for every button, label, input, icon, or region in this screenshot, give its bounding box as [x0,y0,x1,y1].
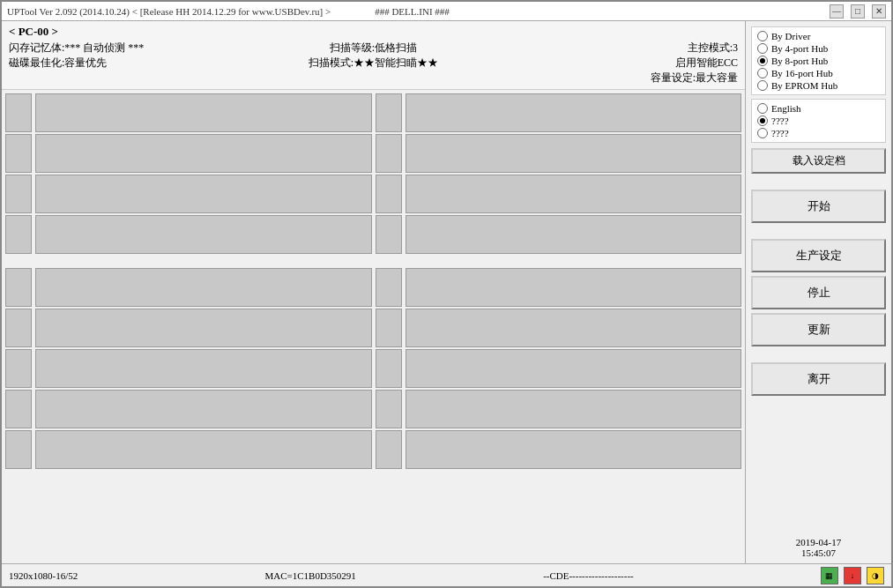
hub-radio-group: By DriverBy 4-port HubBy 8-port HubBy 16… [751,26,886,95]
radio-label: By Driver [771,31,810,41]
mac-status: MAC=1C1B0D350291 [264,570,355,581]
exit-button[interactable]: 离开 [751,362,886,396]
lang-radio-item-1[interactable]: ???? [757,115,880,126]
date-display: 2019-04-17 [751,537,886,547]
ecc-label: 启用智能ECC [501,56,738,71]
grid-row [5,309,741,347]
hub-radio-item-0[interactable]: By Driver [757,31,880,41]
lang-radio-item-0[interactable]: English [757,103,880,114]
port-indicator [376,134,402,173]
progress-bar [406,309,742,347]
radio-dot [757,115,768,126]
title-bar: UPTool Ver 2.092 (2014.10.24) < [Release… [2,2,891,21]
flash-label: 闪存记忆体:*** 自动侦测 *** [9,41,246,56]
info-row: 闪存记忆体:*** 自动侦测 *** 磁碟最佳化:容量优先 扫描等级:低格扫描 … [9,41,738,86]
production-button[interactable]: 生产设定 [751,239,886,272]
pc-label: < PC-00 > [9,25,738,39]
scan-grade: 扫描等级:低格扫描 [255,41,492,56]
port-indicator [5,390,32,428]
grid-row [5,430,741,469]
capacity-label: 容量设定:最大容量 [501,71,738,86]
radio-dot [757,80,768,91]
maximize-button[interactable]: □ [851,4,865,19]
port-indicator [5,349,32,388]
progress-bar [406,175,742,213]
port-indicator [5,309,32,347]
spacer [751,227,886,235]
minimize-button[interactable]: — [830,4,844,19]
progress-bar [406,215,742,254]
radio-dot [757,68,768,78]
port-indicator [5,268,32,307]
close-button[interactable]: ✕ [872,4,886,19]
radio-label: By EPROM Hub [771,80,837,91]
resolution-status: 1920x1080-16/52 [9,570,78,581]
port-indicator [376,349,402,388]
hub-radio-item-3[interactable]: By 16-port Hub [757,68,880,78]
spacer [751,177,886,186]
status-icon-green[interactable]: ▦ [821,567,838,584]
port-indicator [376,175,402,213]
load-settings-button[interactable]: 载入设定档 [751,148,886,174]
progress-bar [35,349,372,388]
progress-bar [35,134,372,173]
progress-bar [35,215,372,254]
ini-title: ### DELL.INI ### [375,6,450,17]
port-indicator [5,93,32,132]
grid-row [5,349,741,388]
progress-bar [406,134,742,173]
lang-radio-group: English???????? [751,99,886,143]
hub-radio-item-1[interactable]: By 4-port Hub [757,43,880,54]
main-wrapper: < PC-00 > 闪存记忆体:*** 自动侦测 *** 磁碟最佳化:容量优先 … [2,21,891,563]
radio-label: English [771,103,801,114]
progress-bar [35,309,372,347]
update-button[interactable]: 更新 [751,313,886,346]
info-bar: < PC-00 > 闪存记忆体:*** 自动侦测 *** 磁碟最佳化:容量优先 … [2,21,745,90]
radio-dot [757,56,768,66]
app-title: UPTool Ver 2.092 (2014.10.24) < [Release… [7,6,331,17]
port-indicator [376,93,402,132]
right-panel: By DriverBy 4-port HubBy 8-port HubBy 16… [746,21,891,563]
progress-bar [35,268,372,307]
status-icon-red[interactable]: ↓ [844,567,861,584]
section-divider [5,257,741,264]
port-indicator [5,430,32,469]
content-area: < PC-00 > 闪存记忆体:*** 自动侦测 *** 磁碟最佳化:容量优先 … [2,21,746,563]
port-indicator [376,390,402,428]
radio-label: ???? [771,115,789,126]
radio-label: ???? [771,128,789,138]
grid-row [5,134,741,173]
progress-bar [406,390,742,428]
port-indicator [5,215,32,254]
port-indicator [5,134,32,173]
port-indicator [376,430,402,469]
port-indicator [376,215,402,254]
hub-radio-item-4[interactable]: By EPROM Hub [757,80,880,91]
grid-row [5,268,741,307]
disk-label: 磁碟最佳化:容量优先 [9,56,246,71]
spacer [751,350,886,359]
progress-bar [35,175,372,213]
grid-area [2,90,745,563]
scan-mode: 扫描模式:★★智能扫瞄★★ [255,56,492,71]
status-icon-yellow[interactable]: ◑ [867,567,884,584]
port-indicator [376,309,402,347]
radio-dot [757,103,768,114]
progress-bar [406,93,742,132]
progress-bar [406,268,742,307]
grid-row [5,175,741,213]
status-icons: ▦ ↓ ◑ [821,567,884,584]
cde-status: --CDE-------------------- [543,570,634,581]
lang-radio-item-2[interactable]: ???? [757,128,880,138]
info-col-right: 主控模式:3 启用智能ECC 容量设定:最大容量 [501,41,738,86]
grid-row [5,390,741,428]
start-button[interactable]: 开始 [751,190,886,223]
info-col-mid: 扫描等级:低格扫描 扫描模式:★★智能扫瞄★★ [255,41,492,86]
progress-bar [406,430,742,469]
port-indicator [376,268,402,307]
datetime-box: 2019-04-17 15:45:07 [751,533,886,558]
stop-button[interactable]: 停止 [751,276,886,309]
grid-section-bottom [5,268,741,469]
radio-label: By 16-port Hub [771,68,833,78]
hub-radio-item-2[interactable]: By 8-port Hub [757,56,880,66]
